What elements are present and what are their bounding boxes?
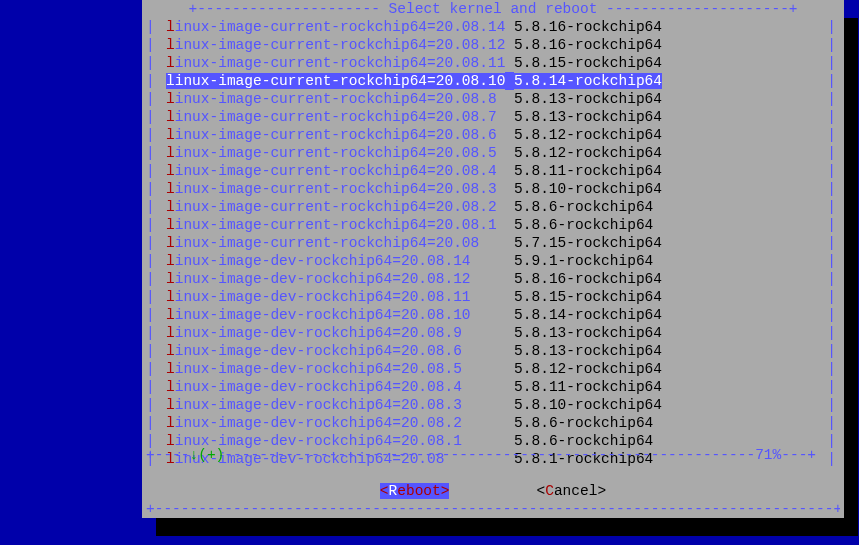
kernel-select-dialog: +--------------------- Select kernel and… <box>142 0 844 518</box>
list-item[interactable]: linux-image-current-rockchip64=20.08.14 … <box>166 18 826 36</box>
list-item[interactable]: linux-image-dev-rockchip64=20.08.12 5.8.… <box>166 270 826 288</box>
list-item[interactable]: linux-image-current-rockchip64=20.08.8 5… <box>166 90 826 108</box>
list-item[interactable]: linux-image-dev-rockchip64=20.08.10 5.8.… <box>166 306 826 324</box>
list-item[interactable]: linux-image-dev-rockchip64=20.08.14 5.9.… <box>166 252 826 270</box>
kernel-version: 5.8.10-rockchip64 <box>514 397 662 413</box>
hotkey-letter: l <box>166 271 175 287</box>
hotkey-letter: l <box>166 199 175 215</box>
hotkey-letter: l <box>166 181 175 197</box>
package-name: inux-image-current-rockchip64=20.08.12 <box>175 37 506 53</box>
kernel-list[interactable]: linux-image-current-rockchip64=20.08.14 … <box>166 18 826 468</box>
package-name: inux-image-dev-rockchip64=20.08.3 <box>175 397 462 413</box>
hotkey-letter: l <box>166 289 175 305</box>
hotkey-letter: l <box>166 127 175 143</box>
kernel-version: 5.8.13-rockchip64 <box>514 91 662 107</box>
right-border: | | | | | | | | | | | | | | | | | | | | … <box>827 18 836 468</box>
list-item[interactable]: linux-image-current-rockchip64=20.08.1 5… <box>166 216 826 234</box>
kernel-version: 5.8.6-rockchip64 <box>514 217 653 233</box>
kernel-version: 5.8.15-rockchip64 <box>514 289 662 305</box>
list-item[interactable]: linux-image-current-rockchip64=20.08.4 5… <box>166 162 826 180</box>
list-item[interactable]: linux-image-dev-rockchip64=20.08.2 5.8.6… <box>166 414 826 432</box>
package-name: inux-image-current-rockchip64=20.08.10 <box>175 73 506 89</box>
kernel-version: 5.8.10-rockchip64 <box>514 181 662 197</box>
package-name: inux-image-current-rockchip64=20.08.5 <box>175 145 497 161</box>
list-bottom-border: +----↓(+)-------------------------------… <box>146 446 840 464</box>
kernel-version: 5.8.6-rockchip64 <box>514 415 653 431</box>
hotkey-letter: l <box>166 217 175 233</box>
hotkey-letter: l <box>166 325 175 341</box>
kernel-version: 5.8.6-rockchip64 <box>514 199 653 215</box>
dialog-shadow <box>156 518 858 536</box>
package-name: inux-image-current-rockchip64=20.08.4 <box>175 163 497 179</box>
kernel-version: 5.8.15-rockchip64 <box>514 55 662 71</box>
list-item[interactable]: linux-image-dev-rockchip64=20.08.5 5.8.1… <box>166 360 826 378</box>
package-name: inux-image-dev-rockchip64=20.08.10 <box>175 307 471 323</box>
list-item[interactable]: linux-image-current-rockchip64=20.08.6 5… <box>166 126 826 144</box>
hotkey-letter: l <box>166 91 175 107</box>
hotkey-letter: l <box>166 37 175 53</box>
package-name: inux-image-current-rockchip64=20.08.8 <box>175 91 497 107</box>
list-item[interactable]: linux-image-current-rockchip64=20.08.5 5… <box>166 144 826 162</box>
list-item[interactable]: linux-image-current-rockchip64=20.08.2 5… <box>166 198 826 216</box>
package-name: inux-image-current-rockchip64=20.08.7 <box>175 109 497 125</box>
package-name: inux-image-dev-rockchip64=20.08.9 <box>175 325 462 341</box>
list-item[interactable]: linux-image-current-rockchip64=20.08 5.7… <box>166 234 826 252</box>
kernel-version: 5.8.11-rockchip64 <box>514 379 662 395</box>
hotkey-letter: l <box>166 55 175 71</box>
list-item[interactable]: linux-image-dev-rockchip64=20.08.6 5.8.1… <box>166 342 826 360</box>
package-name: inux-image-current-rockchip64=20.08 <box>175 235 480 251</box>
kernel-version: 5.9.1-rockchip64 <box>514 253 653 269</box>
kernel-version: 5.8.14-rockchip64 <box>514 307 662 323</box>
package-name: inux-image-dev-rockchip64=20.08.6 <box>175 343 462 359</box>
dialog-title-border: +--------------------- Select kernel and… <box>142 0 844 18</box>
hotkey-letter: l <box>166 415 175 431</box>
reboot-button[interactable]: <Reboot> <box>380 483 450 499</box>
list-item[interactable]: linux-image-current-rockchip64=20.08.11 … <box>166 54 826 72</box>
package-name: inux-image-current-rockchip64=20.08.14 <box>175 19 506 35</box>
package-name: inux-image-dev-rockchip64=20.08.4 <box>175 379 462 395</box>
kernel-version: 5.8.16-rockchip64 <box>514 37 662 53</box>
hotkey-letter: l <box>166 343 175 359</box>
hotkey-letter: l <box>166 379 175 395</box>
hotkey-letter: l <box>166 361 175 377</box>
kernel-version: 5.7.15-rockchip64 <box>514 235 662 251</box>
kernel-version: 5.8.13-rockchip64 <box>514 343 662 359</box>
hotkey-letter: l <box>166 19 175 35</box>
package-name: inux-image-dev-rockchip64=20.08.11 <box>175 289 471 305</box>
scroll-down-icon: ↓(+) <box>190 447 225 463</box>
package-name: inux-image-dev-rockchip64=20.08.12 <box>175 271 471 287</box>
package-name: inux-image-current-rockchip64=20.08.3 <box>175 181 497 197</box>
cancel-button[interactable]: <Cancel> <box>537 483 607 499</box>
kernel-version: 5.8.16-rockchip64 <box>514 271 662 287</box>
hotkey-letter: l <box>166 307 175 323</box>
list-item[interactable]: linux-image-dev-rockchip64=20.08.11 5.8.… <box>166 288 826 306</box>
package-name: inux-image-current-rockchip64=20.08.2 <box>175 199 497 215</box>
hotkey-letter: l <box>166 397 175 413</box>
list-item[interactable]: linux-image-current-rockchip64=20.08.12 … <box>166 36 826 54</box>
hotkey-letter: l <box>166 145 175 161</box>
package-name: inux-image-dev-rockchip64=20.08.2 <box>175 415 462 431</box>
kernel-version: 5.8.14-rockchip64 <box>514 73 662 89</box>
list-item[interactable]: linux-image-current-rockchip64=20.08.10 … <box>166 72 826 90</box>
package-name: inux-image-dev-rockchip64=20.08.14 <box>175 253 471 269</box>
kernel-version: 5.8.12-rockchip64 <box>514 145 662 161</box>
list-item[interactable]: linux-image-current-rockchip64=20.08.7 5… <box>166 108 826 126</box>
kernel-version: 5.8.13-rockchip64 <box>514 109 662 125</box>
kernel-version: 5.8.11-rockchip64 <box>514 163 662 179</box>
package-name: inux-image-current-rockchip64=20.08.6 <box>175 127 497 143</box>
hotkey-letter: l <box>166 73 175 89</box>
kernel-version: 5.8.12-rockchip64 <box>514 127 662 143</box>
kernel-version: 5.8.16-rockchip64 <box>514 19 662 35</box>
hotkey-letter: l <box>166 253 175 269</box>
package-name: inux-image-current-rockchip64=20.08.11 <box>175 55 506 71</box>
list-item[interactable]: linux-image-dev-rockchip64=20.08.3 5.8.1… <box>166 396 826 414</box>
kernel-version: 5.8.12-rockchip64 <box>514 361 662 377</box>
hotkey-letter: l <box>166 235 175 251</box>
list-item[interactable]: linux-image-dev-rockchip64=20.08.9 5.8.1… <box>166 324 826 342</box>
hotkey-letter: l <box>166 163 175 179</box>
dialog-bottom-border: +---------------------------------------… <box>146 500 840 518</box>
scroll-percent: 71% <box>755 447 781 463</box>
kernel-version: 5.8.13-rockchip64 <box>514 325 662 341</box>
list-item[interactable]: linux-image-dev-rockchip64=20.08.4 5.8.1… <box>166 378 826 396</box>
list-item[interactable]: linux-image-current-rockchip64=20.08.3 5… <box>166 180 826 198</box>
